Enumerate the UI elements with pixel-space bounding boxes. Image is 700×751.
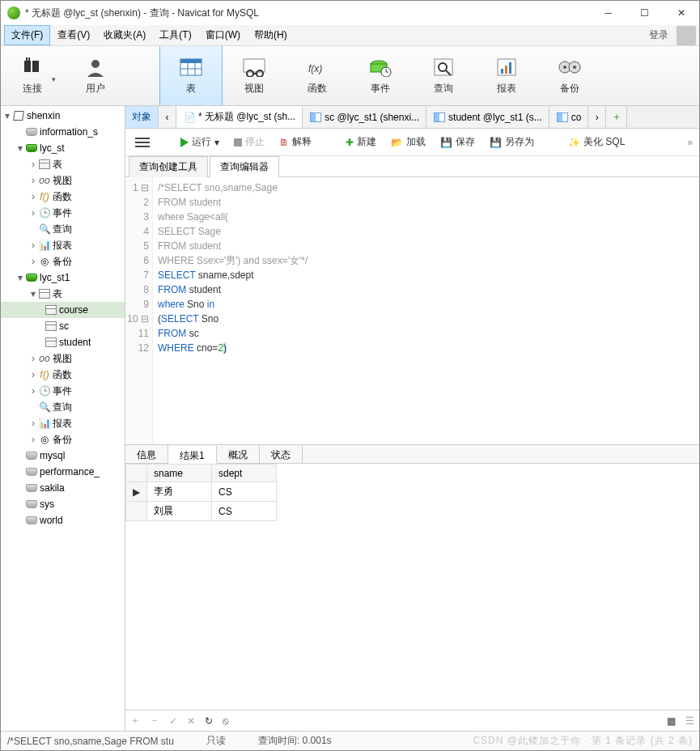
tab-profile[interactable]: 概况 xyxy=(217,445,260,463)
col-sdept[interactable]: sdept xyxy=(212,465,277,482)
menu-help[interactable]: 帮助(H) xyxy=(248,26,294,45)
minimize-button[interactable]: ─ xyxy=(590,1,626,25)
tree-db-mysql[interactable]: mysql xyxy=(1,448,125,464)
connection-icon xyxy=(13,111,24,121)
cancel-button[interactable]: ✕ xyxy=(187,715,195,727)
svg-rect-6 xyxy=(180,59,202,63)
tree-db-sys[interactable]: sys xyxy=(1,496,125,512)
tab-scroll-right[interactable]: › xyxy=(588,106,606,128)
tree-views1[interactable]: ›oo视图 xyxy=(1,350,125,367)
form-view-icon[interactable]: ☰ xyxy=(685,715,694,727)
subtab-editor[interactable]: 查询编辑器 xyxy=(210,156,279,177)
menu-window[interactable]: 窗口(W) xyxy=(199,26,247,45)
toolbar-event[interactable]: 事件 xyxy=(349,46,412,105)
toolbar-backup[interactable]: 备份 xyxy=(538,46,601,105)
tree-table-sc[interactable]: sc xyxy=(1,318,125,334)
refresh-button[interactable]: ↻ xyxy=(205,715,213,727)
tree-queries1[interactable]: 🔍查询 xyxy=(1,399,125,415)
tree-functions[interactable]: ›f()函数 xyxy=(1,189,125,205)
editor-toolbar: 运行 ▾ 停止 🗎解释 ✚新建 📂加载 💾保存 💾另存为 ✨美化 SQL » xyxy=(125,129,699,156)
tab-table-student[interactable]: student @lyc_st1 (s... xyxy=(426,106,549,128)
toolbar-table[interactable]: 表 xyxy=(159,46,223,105)
tree-db-sakila[interactable]: sakila xyxy=(1,480,125,496)
tab-scroll-left[interactable]: ‹ xyxy=(159,106,176,128)
tree-tables[interactable]: ›表 xyxy=(1,156,125,172)
tree-reports1[interactable]: ›📊报表 xyxy=(1,415,125,431)
tab-status[interactable]: 状态 xyxy=(260,445,303,463)
col-sname[interactable]: sname xyxy=(147,465,212,482)
grid-view-icon[interactable]: ▦ xyxy=(667,715,676,727)
sql-editor[interactable]: 1 ⊟2345678910 ⊟1112 /*SELECT sno,sname,S… xyxy=(125,177,699,444)
subtab-builder[interactable]: 查询创建工具 xyxy=(129,156,208,177)
tab-objects[interactable]: 对象 xyxy=(125,106,159,128)
menu-bar: 文件(F) 查看(V) 收藏夹(A) 工具(T) 窗口(W) 帮助(H) 登录 xyxy=(1,25,699,46)
new-button[interactable]: ✚新建 xyxy=(342,134,380,151)
delete-row-button[interactable]: － xyxy=(150,714,159,728)
menu-favorites[interactable]: 收藏夹(A) xyxy=(97,26,152,45)
editor-subtabs: 查询创建工具 查询编辑器 xyxy=(125,156,699,177)
explain-button[interactable]: 🗎解释 xyxy=(276,134,315,151)
app-icon xyxy=(7,6,20,19)
maximize-button[interactable]: ☐ xyxy=(626,1,663,25)
tree-events1[interactable]: ›🕒事件 xyxy=(1,383,125,399)
tree-db-performance[interactable]: performance_ xyxy=(1,464,125,480)
tree-table-course[interactable]: course xyxy=(1,302,125,318)
toolbar-connection[interactable]: ▾连接 xyxy=(1,46,64,105)
connection-tree[interactable]: ▾shenxin information_s ▾lyc_st ›表 ›oo视图 … xyxy=(1,106,125,731)
tree-queries[interactable]: 🔍查询 xyxy=(1,221,125,237)
stop-button[interactable]: 停止 xyxy=(231,134,268,151)
table-row[interactable]: 刘晨 CS xyxy=(126,502,277,521)
apply-button[interactable]: ✓ xyxy=(169,715,177,727)
add-row-button[interactable]: ＋ xyxy=(130,714,140,728)
table-row[interactable]: ▶ 李勇 CS xyxy=(126,482,277,502)
tab-info[interactable]: 信息 xyxy=(125,445,168,463)
tree-reports[interactable]: ›📊报表 xyxy=(1,237,125,253)
login-link[interactable]: 登录 xyxy=(644,26,673,45)
close-button[interactable]: ✕ xyxy=(663,1,699,25)
toolbar-view[interactable]: 视图 xyxy=(223,46,286,105)
save-button[interactable]: 💾保存 xyxy=(437,134,478,151)
tree-functions1[interactable]: ›f()函数 xyxy=(1,367,125,383)
tree-backup1[interactable]: ›◎备份 xyxy=(1,431,125,448)
avatar-icon[interactable] xyxy=(677,26,696,45)
new-tab-button[interactable]: ＋ xyxy=(606,106,627,128)
tree-connection[interactable]: ▾shenxin xyxy=(1,108,125,124)
tree-db-world[interactable]: world xyxy=(1,512,125,528)
svg-rect-0 xyxy=(24,61,31,72)
run-button[interactable]: 运行 ▾ xyxy=(177,134,223,151)
stop-grid-button[interactable]: ⦸ xyxy=(223,715,229,727)
tree-events[interactable]: ›🕒事件 xyxy=(1,205,125,221)
menu-icon[interactable] xyxy=(132,134,153,151)
toolbar-function[interactable]: f(x)函数 xyxy=(286,46,349,105)
load-button[interactable]: 📂加载 xyxy=(388,134,429,151)
menu-tools[interactable]: 工具(T) xyxy=(153,26,197,45)
tree-table-student[interactable]: student xyxy=(1,334,125,350)
tab-table-sc[interactable]: sc @lyc_st1 (shenxi... xyxy=(303,106,426,128)
collapse-icon[interactable]: » xyxy=(687,137,693,148)
toolbar-user[interactable]: 用户 xyxy=(64,46,127,105)
result-grid[interactable]: sname sdept ▶ 李勇 CS 刘晨 CS xyxy=(125,464,699,521)
tab-table-co[interactable]: co xyxy=(549,106,589,128)
document-tabs: 对象 ‹ 📄* 无标题 @lyc_st (sh... sc @lyc_st1 (… xyxy=(125,106,699,129)
tab-result1[interactable]: 结果1 xyxy=(168,446,217,464)
beautify-button[interactable]: ✨美化 SQL xyxy=(565,134,628,151)
tree-backup[interactable]: ›◎备份 xyxy=(1,253,125,269)
toolbar-query[interactable]: 查询 xyxy=(412,46,475,105)
database-icon xyxy=(26,274,37,282)
tree-views[interactable]: ›oo视图 xyxy=(1,172,125,189)
grid-toolstrip: ＋ － ✓ ✕ ↻ ⦸ ▦ ☰ xyxy=(125,710,699,731)
tab-query-untitled[interactable]: 📄* 无标题 @lyc_st (sh... xyxy=(176,106,303,128)
svg-rect-2 xyxy=(26,57,28,62)
tree-db-lycst[interactable]: ▾lyc_st xyxy=(1,140,125,156)
toolbar-report[interactable]: 报表 xyxy=(475,46,538,105)
tree-db-information[interactable]: information_s xyxy=(1,124,125,140)
menu-file[interactable]: 文件(F) xyxy=(4,25,50,45)
main-toolbar: ▾连接 用户 表 视图 f(x)函数 事件 查询 报表 备份 xyxy=(1,46,699,106)
tree-tables-lycst1[interactable]: ▾表 xyxy=(1,286,125,302)
svg-point-4 xyxy=(91,60,100,68)
tree-db-lycst1[interactable]: ▾lyc_st1 xyxy=(1,269,125,286)
menu-view[interactable]: 查看(V) xyxy=(51,26,96,45)
play-icon xyxy=(180,138,189,147)
code-area[interactable]: /*SELECT sno,sname,Sage FROM student whe… xyxy=(153,177,699,444)
saveas-button[interactable]: 💾另存为 xyxy=(486,134,537,151)
